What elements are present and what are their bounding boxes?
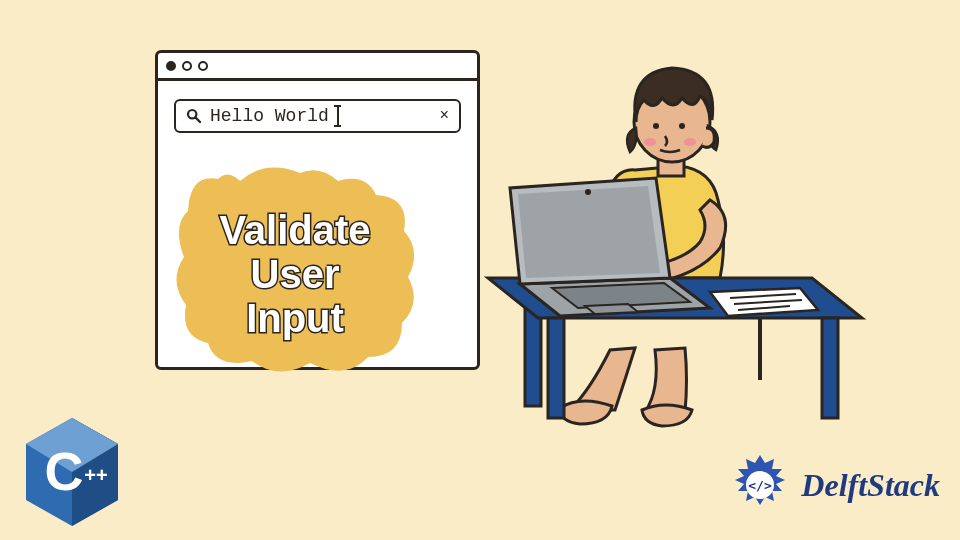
delftstack-name: DelftStack xyxy=(801,467,940,504)
bubble-line-3: Input xyxy=(246,296,344,340)
search-icon xyxy=(186,108,202,124)
svg-point-8 xyxy=(684,138,696,146)
svg-point-5 xyxy=(653,123,659,129)
delftstack-brand: </> DelftStack xyxy=(727,452,940,518)
cpp-logo-icon: C ++ xyxy=(22,416,122,528)
svg-rect-10 xyxy=(822,318,838,418)
window-titlebar xyxy=(158,53,477,81)
svg-text:</>: </> xyxy=(749,478,773,493)
clear-input-icon[interactable]: × xyxy=(439,107,449,125)
search-input[interactable]: Hello World × xyxy=(174,99,461,133)
illustration-person-laptop xyxy=(460,50,890,450)
speech-bubble: Validate User Input xyxy=(170,165,420,375)
traffic-light-close-icon xyxy=(166,61,176,71)
svg-line-1 xyxy=(196,118,201,123)
delftstack-logo-icon: </> xyxy=(727,452,793,518)
svg-rect-9 xyxy=(548,318,564,418)
search-value: Hello World xyxy=(210,106,329,126)
text-caret-icon xyxy=(337,106,338,126)
svg-point-7 xyxy=(644,138,656,146)
bubble-line-1: Validate xyxy=(219,208,370,252)
cpp-letter: C xyxy=(45,441,84,501)
bubble-text: Validate User Input xyxy=(170,165,420,375)
traffic-light-min-icon xyxy=(182,61,192,71)
svg-point-14 xyxy=(585,189,591,195)
traffic-light-max-icon xyxy=(198,61,208,71)
cpp-plus: ++ xyxy=(84,464,107,486)
svg-point-6 xyxy=(679,123,685,129)
bubble-line-2: User xyxy=(251,252,340,296)
